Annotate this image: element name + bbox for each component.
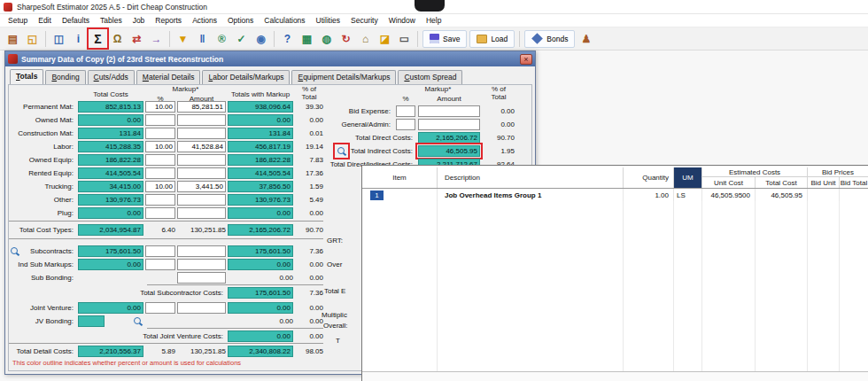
markup-pct-input[interactable] [145,101,175,113]
col-header-item[interactable]: Item [362,167,438,188]
tab-material-details[interactable]: Material Details [136,70,201,84]
markup-pct-input[interactable] [145,181,175,192]
check-icon[interactable]: ✓ [233,30,250,47]
markup-amount-input[interactable] [177,128,226,139]
markup-pct-input[interactable] [145,302,175,314]
save-button[interactable]: Save [422,30,467,48]
table-row[interactable]: 1 Job Overhead Items Group 1 1.00 LS 46,… [362,189,868,201]
menu-actions[interactable]: Actions [187,16,222,25]
markup-amount-input[interactable] [177,302,226,314]
grid-column-line [756,201,808,371]
tab-bonding[interactable]: Bonding [45,70,85,84]
grid-column-line [362,201,438,371]
general-admin-amount-input[interactable] [418,119,480,130]
col-header-bid-unit[interactable]: Bid Unit [808,177,840,188]
markup-pct-input[interactable] [145,114,175,126]
markup-amount-input[interactable] [177,181,226,192]
print-icon[interactable]: ▭ [396,30,413,47]
folder-icon[interactable]: ◪ [376,30,393,47]
dialog-titlebar[interactable]: Summary Data of Copy (2) of 23rd Street … [5,51,535,66]
col-header-unit-cost[interactable]: Unit Cost [702,177,756,188]
menu-options[interactable]: Options [222,16,259,25]
tab-custom-spread[interactable]: Custom Spread [398,70,462,84]
summary-icon[interactable]: Σ [89,30,106,47]
markup-pct-input[interactable] [145,154,175,166]
dialog-close-button[interactable] [520,54,532,65]
markup-pct-input[interactable] [145,207,175,219]
menu-calculations[interactable]: Calculations [259,16,310,25]
tab-cuts-adds[interactable]: Cuts/Adds [88,70,135,84]
markup-pct-input[interactable] [145,141,175,152]
menu-security[interactable]: Security [345,16,384,25]
markup-pct-input[interactable] [145,245,175,257]
scales-icon[interactable]: Ω [109,30,126,47]
refresh-icon[interactable]: ↻ [337,30,354,47]
pct-of-total: 0.00 [295,207,323,219]
menu-help[interactable]: Help [421,16,446,25]
markup-amount-input[interactable] [177,114,226,126]
markup-pct-input[interactable] [145,194,175,206]
globe-icon[interactable]: ◍ [318,30,335,47]
tab-labor-details-markups[interactable]: Labor Details/Markups [202,70,290,84]
calendar-icon[interactable]: ▦ [298,30,315,47]
markup-amount-input[interactable] [177,154,226,166]
indirect-zoom-button[interactable] [336,145,347,157]
new-bid-icon[interactable]: ▤ [4,30,21,47]
menu-window[interactable]: Window [384,16,421,25]
markup-pct-input[interactable] [145,128,175,139]
col-header-um[interactable]: UM [674,167,702,188]
tab-label: Material Details [143,73,195,82]
menu-reports[interactable]: Reports [150,16,187,25]
menu-utilities[interactable]: Utilities [311,16,345,25]
jv-bonding-cell [78,315,143,327]
bid-expense-pct-input[interactable] [396,105,415,117]
markup-amount-input[interactable] [177,101,226,113]
total-indirect-value: 46,505.95 [418,145,480,157]
sub-bonding-amount-input[interactable] [177,272,226,284]
markup-pct-input[interactable] [145,167,175,179]
markup-amount-input[interactable] [177,194,226,206]
chart-icon[interactable]: ◫ [50,30,67,47]
col-header-description[interactable]: Description [438,167,624,188]
markup-amount-input[interactable] [177,141,226,152]
markup-pct-input[interactable] [145,259,175,270]
help-icon[interactable]: ? [279,30,296,47]
total-with-markup-value: 130,976.73 [228,194,293,206]
col-header-quantity[interactable]: Quantity [624,167,674,188]
tab-totals[interactable]: Totals [10,69,43,84]
subcontracts-zoom-button[interactable] [9,245,20,257]
spread-icon[interactable]: ⇄ [128,30,145,47]
markup-amount-input[interactable] [177,207,226,219]
menu-edit[interactable]: Edit [33,16,57,25]
transfer-icon[interactable]: → [148,30,165,47]
load-button[interactable]: Load [469,30,515,48]
total-cost-types-value: 2,034,954.87 [78,224,143,236]
col-header-bid-total[interactable]: Bid Total [840,177,868,188]
bid-expense-amount-input[interactable] [418,105,480,117]
open-bid-icon[interactable]: ◱ [24,30,41,47]
bonds-button[interactable]: Bonds [524,30,575,48]
sub-bonding-value: 0.00 [228,272,293,284]
header-totals-with-markup: Totals with Markup [223,90,298,98]
menu-tables[interactable]: Tables [95,16,128,25]
menu-setup[interactable]: Setup [3,16,33,25]
menu-job[interactable]: Job [128,16,151,25]
contacts-icon[interactable]: ♟ [577,30,594,47]
markup-amount-input[interactable] [177,167,226,179]
info-icon[interactable]: i [70,30,87,47]
home-icon[interactable]: ⌂ [357,30,374,47]
grid-column-line [702,201,756,371]
pause-icon[interactable]: ‖ [194,30,211,47]
col-header-total-cost[interactable]: Total Cost [756,177,808,188]
tab-equipment-details-markups[interactable]: Equipment Details/Markups [291,70,396,84]
filter-icon[interactable]: ▼ [174,30,191,47]
menu-defaults[interactable]: Defaults [57,16,95,25]
total-cost-cell: 46,505.95 [756,189,808,201]
registered-icon[interactable]: ® [213,30,230,47]
pct-of-total: 0.00 [295,259,323,270]
zoom-icon[interactable]: ◉ [252,30,269,47]
general-admin-pct-input[interactable] [396,119,415,130]
markup-amount-input[interactable] [177,245,226,257]
markup-amount-input[interactable] [177,259,226,270]
jv-bonding-zoom-button[interactable] [132,315,143,327]
